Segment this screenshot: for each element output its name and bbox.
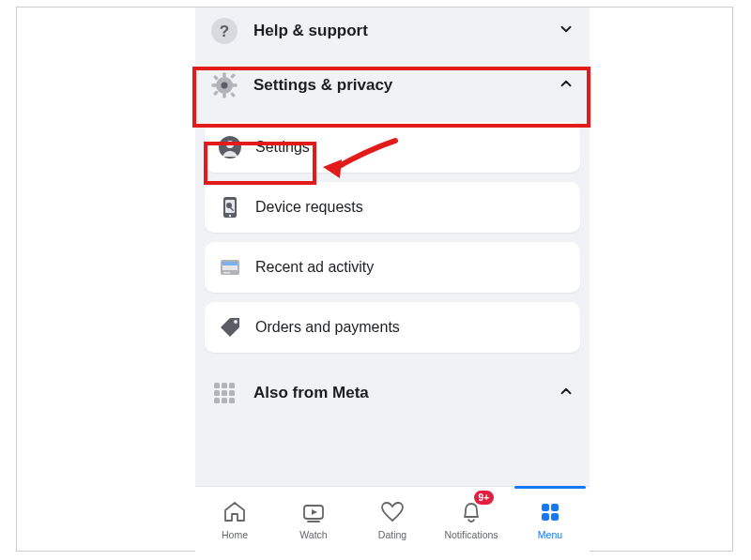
svg-rect-8 [230,92,236,98]
device-icon [218,195,242,219]
svg-rect-21 [222,262,238,265]
svg-rect-22 [223,272,230,274]
section-label: Settings & privacy [253,76,558,95]
menu-item-device-requests[interactable]: Device requests [205,182,580,233]
svg-rect-10 [213,90,219,96]
tab-home[interactable]: Home [195,487,274,552]
settings-privacy-items: Settings Device requests [195,122,590,360]
chevron-up-icon [558,383,575,403]
menu-item-label: Recent ad activity [255,259,374,276]
section-header-settings-privacy[interactable]: Settings & privacy [195,58,590,113]
tab-label: Home [222,529,248,540]
svg-rect-32 [229,398,235,403]
svg-point-18 [229,215,231,217]
section-label: Help & support [253,22,558,40]
tab-label: Watch [299,529,327,540]
app-frame: ? Help & support [16,7,733,552]
svg-rect-37 [551,513,559,521]
svg-rect-26 [229,383,235,388]
active-tab-indicator [514,486,586,489]
menu-item-label: Settings [255,139,310,156]
gear-icon [210,71,238,99]
help-icon: ? [210,17,238,45]
svg-rect-25 [222,383,227,388]
section-header-also-from-meta[interactable]: Also from Meta [195,366,590,420]
svg-rect-5 [212,83,217,86]
tab-dating[interactable]: Dating [353,487,432,552]
person-circle-icon [218,135,242,159]
home-icon [222,499,248,525]
svg-rect-3 [222,73,225,78]
svg-rect-6 [233,83,238,86]
tab-label: Menu [538,529,562,540]
svg-point-23 [234,320,238,324]
chevron-up-icon [558,75,575,96]
tab-menu[interactable]: Menu [511,487,590,552]
bottom-tab-bar: Home Watch Dating [195,486,590,552]
svg-point-13 [226,141,234,148]
ad-activity-icon [218,255,242,280]
svg-rect-7 [213,75,219,81]
svg-point-11 [222,83,228,89]
svg-rect-35 [551,504,559,511]
watch-icon [300,499,327,525]
svg-rect-30 [214,398,220,403]
chevron-down-icon [558,21,575,41]
tab-watch[interactable]: Watch [274,487,353,552]
menu-item-label: Device requests [255,199,363,216]
notification-badge: 9+ [474,491,494,505]
svg-text:?: ? [220,23,229,40]
section-header-help[interactable]: ? Help & support [195,8,590,58]
svg-rect-29 [229,390,235,396]
price-tag-icon [218,315,242,340]
heart-icon [379,499,406,525]
svg-rect-28 [222,390,227,396]
tab-label: Notifications [444,529,498,540]
section-label: Also from Meta [253,384,558,402]
menu-item-orders-payments[interactable]: Orders and payments [205,302,580,353]
menu-grid-icon [537,499,563,525]
svg-rect-31 [222,398,227,403]
svg-rect-9 [230,73,236,79]
tab-notifications[interactable]: 9+ Notifications [432,487,511,552]
tab-label: Dating [378,529,406,540]
svg-rect-34 [542,504,549,511]
apps-grid-icon [210,379,238,407]
svg-rect-36 [542,513,549,521]
svg-rect-4 [222,94,225,98]
menu-item-recent-ad-activity[interactable]: Recent ad activity [205,242,580,293]
menu-item-label: Orders and payments [255,319,400,336]
svg-rect-24 [214,383,220,388]
phone-screen: ? Help & support [195,8,590,552]
svg-rect-27 [214,390,220,396]
menu-item-settings[interactable]: Settings [205,122,580,173]
